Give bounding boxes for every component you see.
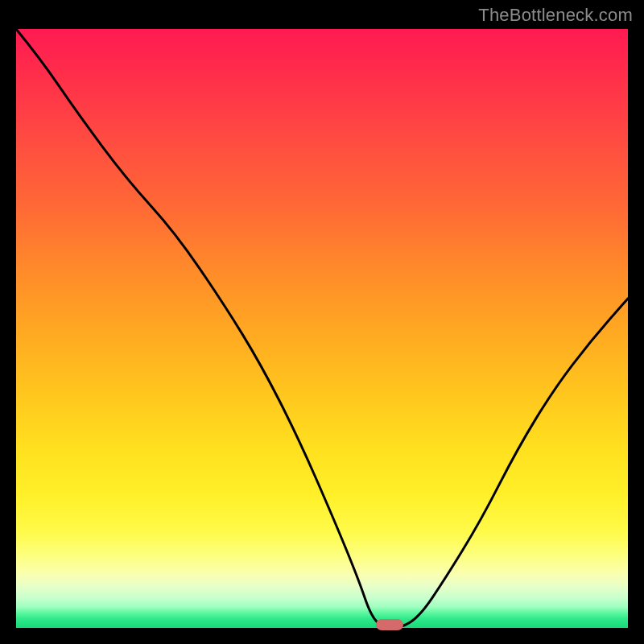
bottleneck-curve	[16, 29, 628, 628]
chart-frame: TheBottleneck.com	[0, 0, 644, 644]
curve-path	[16, 29, 628, 628]
plot-area	[16, 29, 628, 628]
optimal-point-marker	[376, 619, 403, 630]
watermark-text: TheBottleneck.com	[478, 5, 633, 26]
